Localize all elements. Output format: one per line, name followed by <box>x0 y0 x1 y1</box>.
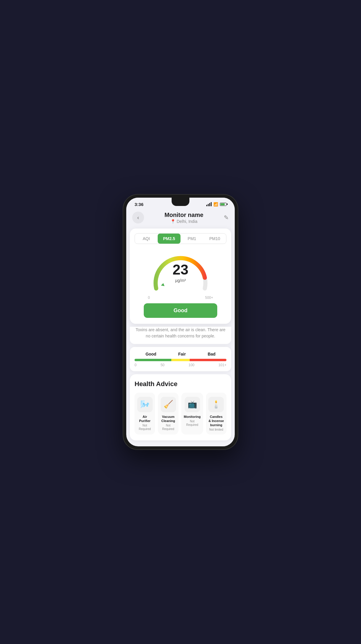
health-advice-card: Health Advice 🌬️ Air Purifier Not Requir… <box>130 374 231 441</box>
tab-pm10[interactable]: PM10 <box>203 234 226 244</box>
header-center: Monitor name 📍 Delhi, India <box>164 212 203 224</box>
page-title: Monitor name <box>164 212 203 218</box>
health-item-title-monitoring: Monitoring <box>184 415 201 419</box>
scale-label-bad: Bad <box>208 352 215 356</box>
main-card: AQI PM2.5 PM1 PM10 <box>130 229 231 324</box>
scale-num-100: 100 <box>189 363 194 367</box>
health-item-title-candles: Candles & Incense burning <box>208 415 224 427</box>
back-button[interactable]: ‹ <box>132 212 144 223</box>
health-icon-monitoring: 📺 <box>185 397 200 412</box>
gauge-min-label: 0 <box>148 296 150 300</box>
health-item-monitoring: 📺 Monitoring Not Required <box>181 393 203 435</box>
gauge-labels: 0 500+ <box>148 296 213 300</box>
health-advice-grid: 🌬️ Air Purifier Not Required 🧹 Vacuum Cl… <box>135 393 226 435</box>
health-item-status-candles: Not limited <box>209 428 223 432</box>
health-item-title-air-purifier: Air Purifier <box>137 415 153 423</box>
health-item-vacuum-cleaning: 🧹 Vacuum Cleaning Not Required <box>158 393 178 435</box>
status-bar: 3:36 📶 <box>126 198 235 209</box>
health-item-status-monitoring: Not Required <box>184 420 201 427</box>
gauge-unit: μg/m³ <box>172 278 188 283</box>
scale-card: Good Fair Bad 0 50 100 101+ <box>130 347 231 371</box>
phone-screen: 3:36 📶 ‹ Monitor name � <box>126 198 235 447</box>
battery-icon <box>220 203 226 206</box>
scale-labels: Good Fair Bad <box>135 352 226 356</box>
signal-icon <box>206 202 212 206</box>
status-button[interactable]: Good <box>144 303 217 318</box>
location-pin-icon: 📍 <box>170 219 175 224</box>
scale-num-0: 0 <box>135 363 137 367</box>
wifi-icon: 📶 <box>213 202 218 207</box>
tab-aqi[interactable]: AQI <box>135 234 158 244</box>
health-advice-title: Health Advice <box>135 380 226 388</box>
tab-pm1[interactable]: PM1 <box>181 234 203 244</box>
tab-pm25[interactable]: PM2.5 <box>158 234 181 244</box>
status-icons: 📶 <box>206 202 226 207</box>
gauge-number: 23 <box>172 263 188 277</box>
quality-description: Toxins are absent, and the air is clean.… <box>130 327 231 344</box>
header: ‹ Monitor name 📍 Delhi, India ✎ <box>126 209 235 229</box>
health-icon-candles: 🕯️ <box>208 397 224 412</box>
scale-label-good: Good <box>146 352 156 356</box>
svg-marker-0 <box>161 283 164 286</box>
scale-num-50: 50 <box>161 363 164 367</box>
scale-numbers: 0 50 100 101+ <box>135 363 226 367</box>
gauge-max-label: 500+ <box>205 296 213 300</box>
health-item-status-vacuum-cleaning: Not Required <box>160 424 176 431</box>
header-location: 📍 Delhi, India <box>164 219 203 224</box>
scale-bar <box>135 359 226 361</box>
health-item-candles: 🕯️ Candles & Incense burning Not limited <box>206 393 226 435</box>
gauge-container: 23 μg/m³ 0 500+ Good <box>135 250 226 318</box>
tab-bar: AQI PM2.5 PM1 PM10 <box>135 233 226 244</box>
scale-num-101: 101+ <box>218 363 226 367</box>
health-icon-vacuum-cleaning: 🧹 <box>161 397 176 412</box>
gauge-value: 23 μg/m³ <box>172 263 188 283</box>
edit-button[interactable]: ✎ <box>224 214 229 221</box>
status-time: 3:36 <box>135 202 143 207</box>
phone-frame: 3:36 📶 ‹ Monitor name � <box>123 194 238 450</box>
scale-label-fair: Fair <box>178 352 186 356</box>
health-icon-air-purifier: 🌬️ <box>137 397 153 412</box>
gauge-svg: 23 μg/m³ <box>148 253 213 294</box>
health-item-title-vacuum-cleaning: Vacuum Cleaning <box>160 415 176 423</box>
health-item-status-air-purifier: Not Required <box>137 424 153 431</box>
health-item-air-purifier: 🌬️ Air Purifier Not Required <box>135 393 155 435</box>
